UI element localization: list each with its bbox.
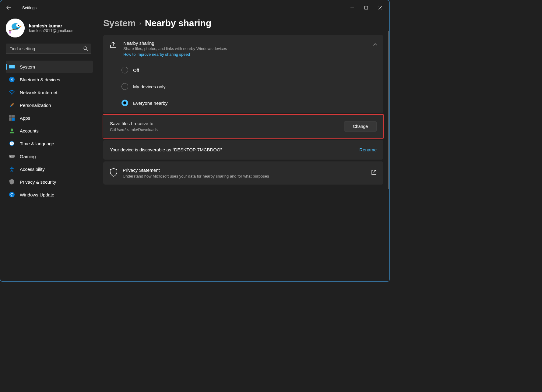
nav-label: Accessibility [20, 167, 45, 172]
nav-item-personalization[interactable]: Personalization [6, 99, 93, 111]
external-link-icon [371, 170, 377, 176]
radio-label: Everyone nearby [133, 101, 167, 106]
change-button[interactable]: Change [344, 121, 377, 132]
panel-title: Nearby sharing [123, 41, 368, 46]
user-profile[interactable]: kamlesh kumar kamlesh2011@gmail.com [6, 19, 93, 37]
system-icon [9, 64, 15, 70]
avatar [6, 19, 25, 37]
breadcrumb: System › Nearby sharing [103, 18, 383, 28]
scrollbar[interactable] [388, 31, 389, 189]
svg-rect-18 [9, 155, 15, 158]
privacy-title: Privacy Statement [123, 168, 366, 173]
avatar-image [6, 19, 25, 37]
nav-label: Personalization [20, 103, 51, 108]
nav-label: Time & language [20, 141, 54, 146]
maximize-button[interactable] [359, 3, 373, 12]
wifi-icon [9, 89, 15, 95]
nav-list: System Bluetooth & devices Network & int… [6, 61, 93, 201]
svg-rect-12 [12, 115, 15, 118]
svg-point-15 [11, 129, 13, 131]
nav-label: Bluetooth & devices [20, 77, 60, 82]
svg-point-10 [12, 94, 12, 95]
nav-item-time[interactable]: Time & language [6, 137, 93, 150]
radio-off[interactable]: Off [121, 67, 383, 73]
back-button[interactable] [3, 2, 15, 14]
nav-item-system[interactable]: System [6, 61, 93, 73]
accessibility-icon [9, 166, 15, 172]
close-button[interactable] [373, 3, 387, 12]
radio-everyone[interactable]: Everyone nearby [121, 100, 383, 106]
privacy-row[interactable]: Privacy Statement Understand how Microso… [103, 161, 383, 185]
save-location-row: Save files I receive to C:\Users\kamle\D… [103, 115, 383, 138]
breadcrumb-parent[interactable]: System [103, 18, 136, 28]
nav-label: Accounts [20, 128, 39, 133]
nav-label: Privacy & security [20, 179, 56, 185]
nearby-sharing-header[interactable]: Nearby sharing Share files, photos, and … [103, 35, 383, 62]
shield-outline-icon [110, 168, 117, 178]
nav-label: Gaming [20, 154, 36, 159]
svg-point-21 [11, 167, 12, 168]
discoverable-text: Your device is discoverable as “DESKTOP-… [110, 147, 359, 152]
svg-rect-13 [9, 118, 12, 121]
search-box [6, 44, 91, 54]
svg-point-20 [13, 156, 13, 157]
radio-label: Off [133, 68, 139, 73]
save-title: Save files I receive to [110, 121, 344, 126]
nav-item-apps[interactable]: Apps [6, 112, 93, 124]
sharing-options: Off My devices only Everyone nearby [103, 62, 383, 113]
radio-icon [121, 100, 128, 106]
privacy-desc: Understand how Microsoft uses your data … [123, 174, 293, 178]
nav-label: System [20, 64, 35, 69]
nav-item-accessibility[interactable]: Accessibility [6, 163, 93, 175]
brush-icon [9, 102, 15, 108]
update-icon [9, 192, 15, 198]
svg-point-5 [9, 31, 11, 34]
svg-point-6 [84, 47, 87, 50]
minimize-icon [350, 6, 354, 9]
maximize-icon [364, 6, 368, 9]
nav-label: Network & internet [20, 90, 57, 95]
apps-icon [9, 115, 15, 121]
window-title: Settings [22, 5, 37, 10]
radio-icon [121, 83, 128, 90]
svg-rect-11 [9, 115, 12, 118]
chevron-right-icon: › [139, 20, 141, 26]
panel-desc: Share files, photos, and links with near… [123, 46, 368, 51]
svg-point-19 [10, 156, 11, 157]
breadcrumb-current: Nearby sharing [145, 18, 211, 28]
radio-my-devices[interactable]: My devices only [121, 83, 383, 90]
user-name: kamlesh kumar [29, 23, 75, 28]
nav-item-update[interactable]: Windows Update [6, 189, 93, 201]
gamepad-icon [9, 153, 15, 159]
nav-item-accounts[interactable]: Accounts [6, 125, 93, 137]
radio-label: My devices only [133, 84, 166, 89]
person-icon [9, 128, 15, 134]
search-input[interactable] [6, 44, 91, 54]
discoverable-row: Your device is discoverable as “DESKTOP-… [103, 140, 383, 160]
save-path: C:\Users\kamle\Downloads [110, 127, 344, 132]
arrow-left-icon [6, 5, 11, 10]
chevron-up-icon [373, 42, 377, 47]
svg-rect-14 [12, 118, 15, 121]
radio-icon [121, 67, 128, 73]
nav-item-network[interactable]: Network & internet [6, 86, 93, 98]
search-icon [83, 46, 88, 52]
minimize-button[interactable] [345, 3, 359, 12]
rename-link[interactable]: Rename [359, 147, 377, 152]
nav-item-privacy[interactable]: Privacy & security [6, 176, 93, 188]
close-icon [378, 6, 382, 9]
share-icon [109, 41, 118, 50]
nav-item-gaming[interactable]: Gaming [6, 150, 93, 162]
content-area: System › Nearby sharing Nearby sharing S… [95, 15, 389, 281]
title-bar: Settings [0, 0, 389, 15]
improve-speed-link[interactable]: How to improve nearby sharing speed [123, 52, 190, 57]
svg-point-22 [9, 192, 15, 197]
nearby-sharing-panel: Nearby sharing Share files, photos, and … [103, 35, 383, 113]
nav-label: Windows Update [20, 192, 54, 197]
sidebar: kamlesh kumar kamlesh2011@gmail.com Syst… [0, 15, 95, 281]
svg-point-4 [18, 25, 19, 26]
svg-rect-8 [9, 65, 15, 68]
nav-label: Apps [20, 115, 30, 121]
nav-item-bluetooth[interactable]: Bluetooth & devices [6, 73, 93, 86]
svg-rect-0 [364, 6, 368, 9]
